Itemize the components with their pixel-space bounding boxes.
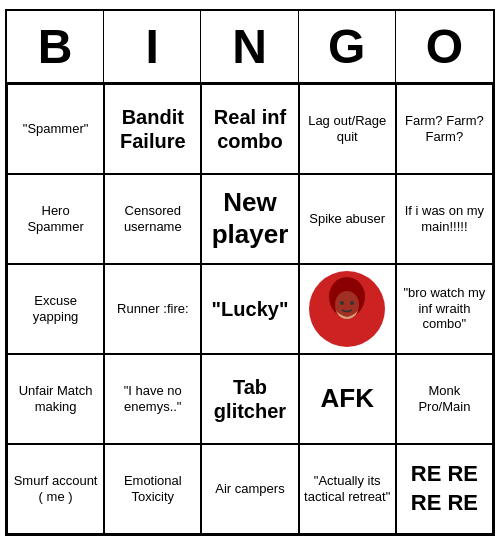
bingo-letter: I	[104, 11, 201, 82]
bingo-grid: "Spammer"Bandit FailureReal inf comboLag…	[7, 84, 493, 534]
bingo-letter: N	[201, 11, 298, 82]
bingo-cell: Unfair Match making	[7, 354, 104, 444]
bingo-cell: Bandit Failure	[104, 84, 201, 174]
bingo-cell: Excuse yapping	[7, 264, 104, 354]
bingo-letter: B	[7, 11, 104, 82]
bingo-cell: Emotional Toxicity	[104, 444, 201, 534]
bingo-cell: Tab glitcher	[201, 354, 298, 444]
bingo-cell: Smurf account ( me )	[7, 444, 104, 534]
bingo-cell: If i was on my main!!!!!	[396, 174, 493, 264]
svg-point-4	[350, 301, 354, 305]
bingo-cell: Air campers	[201, 444, 298, 534]
bingo-cell: Lag out/Rage quit	[299, 84, 396, 174]
bingo-card: BINGO "Spammer"Bandit FailureReal inf co…	[5, 9, 495, 536]
bingo-cell: "bro watch my inf wraith combo"	[396, 264, 493, 354]
bingo-cell: Censored username	[104, 174, 201, 264]
bingo-cell: Monk Pro/Main	[396, 354, 493, 444]
bingo-cell: RE RERE RE	[396, 444, 493, 534]
bingo-cell: Spike abuser	[299, 174, 396, 264]
bingo-letter: G	[299, 11, 396, 82]
bingo-cell: "I have no enemys.."	[104, 354, 201, 444]
bingo-cell: New player	[201, 174, 298, 264]
bingo-letter: O	[396, 11, 493, 82]
bingo-cell: Runner :fire:	[104, 264, 201, 354]
bingo-cell: Real inf combo	[201, 84, 298, 174]
bingo-cell: Hero Spammer	[7, 174, 104, 264]
bingo-cell: Farm? Farm? Farm?	[396, 84, 493, 174]
bingo-cell: "Lucky"	[201, 264, 298, 354]
svg-point-3	[340, 301, 344, 305]
cell-text: RE RERE RE	[411, 460, 478, 517]
bingo-cell	[299, 264, 396, 354]
bingo-cell: "Actually its tactical retreat"	[299, 444, 396, 534]
bingo-cell: AFK	[299, 354, 396, 444]
bingo-header: BINGO	[7, 11, 493, 84]
bingo-cell: "Spammer"	[7, 84, 104, 174]
